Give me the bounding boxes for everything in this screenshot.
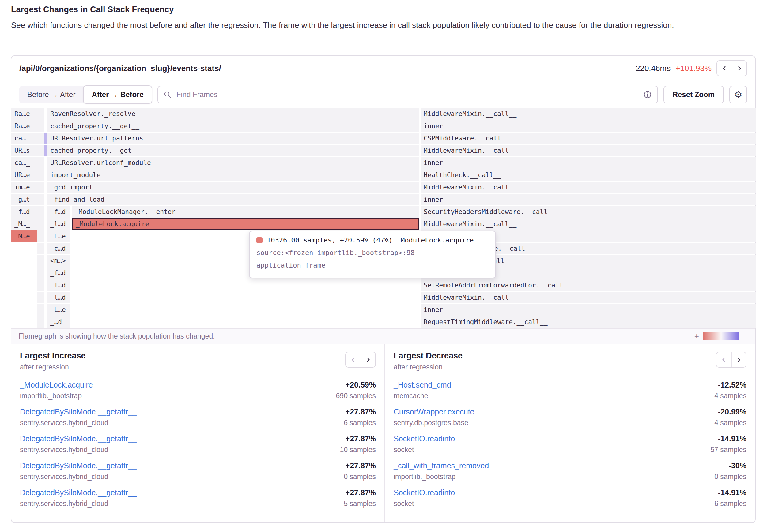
flame-frame[interactable] xyxy=(37,108,44,120)
flame-frame[interactable] xyxy=(37,145,44,156)
flame-frame[interactable]: cached_property.__get__ xyxy=(47,120,419,132)
flame-frame[interactable]: HealthCheck.__call__ xyxy=(421,169,756,181)
flame-frame[interactable] xyxy=(37,230,44,242)
flame-frame[interactable] xyxy=(37,304,44,316)
flame-frame[interactable]: _g…t xyxy=(11,194,37,205)
flame-frame[interactable] xyxy=(37,206,44,218)
flame-frame[interactable]: cached_property.__get__ xyxy=(47,145,419,156)
flame-frame[interactable]: inner xyxy=(421,157,756,169)
flame-frame[interactable]: CSPMiddleware.__call__ xyxy=(421,133,756,144)
flame-frame[interactable] xyxy=(37,194,44,205)
flame-frame[interactable]: _f…d xyxy=(47,267,70,279)
flame-frame[interactable]: RequestTimingMiddleware.__call__ xyxy=(421,316,756,328)
percent-change: -20.99% xyxy=(718,407,746,416)
page-description: See which functions changed the most bef… xyxy=(11,19,746,32)
find-frames-search[interactable] xyxy=(157,86,658,103)
function-link[interactable]: CursorWrapper.execute xyxy=(394,407,475,416)
flame-frame[interactable]: _find_and_load xyxy=(47,194,419,205)
flame-frame[interactable]: _f…d xyxy=(11,206,37,218)
flame-frame[interactable]: Ra…e xyxy=(11,108,37,120)
flame-frame[interactable] xyxy=(37,243,44,254)
flame-frame[interactable] xyxy=(37,292,44,303)
flamegraph-canvas[interactable]: Ra…eRavenResolver._resolveMiddlewareMixi… xyxy=(11,108,756,328)
flame-frame[interactable]: UR…e xyxy=(11,169,37,181)
flame-frame[interactable]: RavenResolver._resolve xyxy=(47,108,419,120)
flame-frame[interactable] xyxy=(37,169,44,181)
function-link[interactable]: _call_with_frames_removed xyxy=(394,461,489,470)
flame-frame[interactable] xyxy=(44,145,47,156)
flame-frame[interactable]: MiddlewareMixin.__call__ xyxy=(421,108,756,120)
flame-frame[interactable]: inner xyxy=(421,194,756,205)
sample-count: 4 samples xyxy=(714,392,746,400)
flame-frame[interactable]: inner xyxy=(421,120,756,132)
toggle-after-before[interactable]: After → Before xyxy=(83,85,152,104)
flame-frame[interactable]: ca…_ xyxy=(11,133,37,144)
function-link[interactable]: DelegatedBySiloMode.__getattr__ xyxy=(20,407,137,416)
flame-frame[interactable]: _gcd_import xyxy=(47,182,419,193)
flame-frame[interactable] xyxy=(37,120,44,132)
flame-frame[interactable]: _c…d xyxy=(47,243,70,254)
toggle-before-after[interactable]: Before → After xyxy=(19,86,83,103)
flame-frame[interactable]: _L…e xyxy=(47,304,70,316)
page-title: Largest Changes in Call Stack Frequency xyxy=(11,5,174,14)
prev-transaction-button[interactable] xyxy=(717,61,732,76)
function-link[interactable]: DelegatedBySiloMode.__getattr__ xyxy=(20,488,137,497)
decrease-prev-button[interactable] xyxy=(716,352,731,367)
flame-frame[interactable]: _L…e xyxy=(47,230,70,242)
flame-frame[interactable]: _M…e xyxy=(11,230,37,242)
flame-frame[interactable]: MiddlewareMixin.__call__ xyxy=(421,218,756,230)
next-transaction-button[interactable] xyxy=(732,61,746,76)
diff-legend: + − xyxy=(694,332,748,341)
flame-frame[interactable]: _ModuleLock.acquire xyxy=(72,218,419,230)
flame-frame[interactable]: _M…_ xyxy=(11,218,37,230)
flame-frame[interactable]: import_module xyxy=(47,169,419,181)
profiling-regression-page: Largest Changes in Call Stack Frequency … xyxy=(0,0,767,532)
flame-frame[interactable]: Ra…e xyxy=(11,120,37,132)
flame-frame[interactable]: MiddlewareMixin.__call__ xyxy=(421,292,756,303)
package-name: socket xyxy=(394,446,414,454)
function-change-item: _Host.send_cmd-12.52%memcache4 samples xyxy=(394,380,746,400)
function-link[interactable]: DelegatedBySiloMode.__getattr__ xyxy=(20,434,137,443)
flame-frame[interactable] xyxy=(44,133,47,144)
function-link[interactable]: DelegatedBySiloMode.__getattr__ xyxy=(20,461,137,470)
flame-frame[interactable]: _l…d xyxy=(47,218,70,230)
flame-frame[interactable]: _l…d xyxy=(47,292,70,303)
flame-frame[interactable] xyxy=(37,316,44,328)
flame-frame[interactable] xyxy=(37,279,44,291)
settings-button[interactable]: ⚙ xyxy=(729,86,747,103)
flame-frame[interactable]: _f…d xyxy=(47,206,70,218)
function-link[interactable]: SocketIO.readinto xyxy=(394,434,455,443)
flame-frame[interactable]: _…d xyxy=(47,316,70,328)
flame-frame[interactable] xyxy=(37,218,44,230)
flame-frame[interactable] xyxy=(37,133,44,144)
flame-frame[interactable]: MiddlewareMixin.__call__ xyxy=(421,145,756,156)
flame-frame[interactable]: SecurityHeadersMiddleware.__call__ xyxy=(421,206,756,218)
flame-frame[interactable]: inner xyxy=(421,304,756,316)
flame-frame[interactable]: URLResolver.urlconf_module xyxy=(47,157,419,169)
flame-frame[interactable]: UR…s xyxy=(11,145,37,156)
reset-zoom-button[interactable]: Reset Zoom xyxy=(664,86,724,103)
flame-frame[interactable]: _ModuleLockManager.__enter__ xyxy=(72,206,419,218)
function-link[interactable]: _Host.send_cmd xyxy=(394,380,451,389)
search-input[interactable] xyxy=(176,90,639,99)
package-name: sentry.services.hybrid_cloud xyxy=(20,419,108,427)
decrease-next-button[interactable] xyxy=(731,352,746,367)
increase-list: _ModuleLock.acquire+20.59%importlib._boo… xyxy=(20,380,376,508)
increase-next-button[interactable] xyxy=(360,352,375,367)
flame-frame[interactable] xyxy=(37,267,44,279)
flame-frame[interactable]: _f…d xyxy=(47,279,70,291)
info-icon[interactable] xyxy=(643,90,652,99)
flame-frame[interactable]: ca…_ xyxy=(11,157,37,169)
flame-frame[interactable] xyxy=(37,255,44,267)
increase-prev-button[interactable] xyxy=(346,352,360,367)
flame-frame[interactable]: URLResolver.url_patterns xyxy=(47,133,419,144)
flame-frame[interactable]: SetRemoteAddrFromForwardedFor.__call__ xyxy=(421,279,756,291)
flame-frame[interactable]: MiddlewareMixin.__call__ xyxy=(421,182,756,193)
function-link[interactable]: SocketIO.readinto xyxy=(394,488,455,497)
function-link[interactable]: _ModuleLock.acquire xyxy=(20,380,93,389)
flame-frame[interactable]: <m…> xyxy=(47,255,70,267)
flame-frame[interactable] xyxy=(37,157,44,169)
flame-frame[interactable] xyxy=(37,182,44,193)
package-name: socket xyxy=(394,500,414,508)
flame-frame[interactable]: im…e xyxy=(11,182,37,193)
